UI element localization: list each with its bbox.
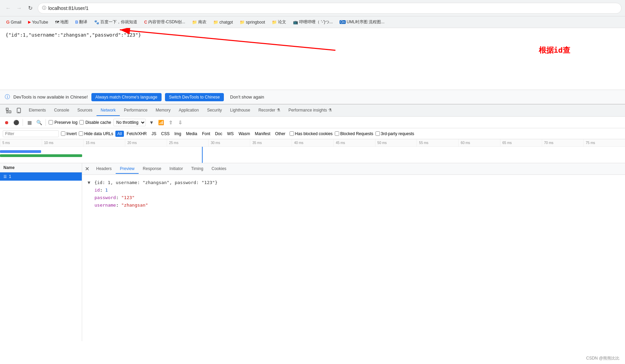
preview-key-password: password (94, 195, 116, 200)
filter-type-js[interactable]: JS (150, 131, 158, 137)
filter-type-media[interactable]: Media (184, 131, 199, 137)
bookmark-uml[interactable]: On UML时序图 流程图... (337, 18, 387, 26)
disable-cache-label: Disable cache (85, 120, 111, 125)
preview-password-line: password: "123" (88, 194, 620, 202)
uml-icon: On (340, 20, 345, 24)
detail-tab-timing[interactable]: Timing (187, 164, 207, 174)
tab-console[interactable]: Console (50, 105, 73, 116)
bookmark-nannong[interactable]: 📁 南农 (189, 18, 209, 26)
tab-performance-insights[interactable]: Performance insights ⚗ (284, 105, 336, 116)
refresh-button[interactable]: ↻ (25, 3, 35, 13)
network-row-1[interactable]: ☰ 1 (0, 172, 82, 181)
tick-45ms: 45 ms (333, 139, 375, 146)
annotation-text: 根据id查 (539, 45, 571, 55)
filter-type-img[interactable]: Img (172, 131, 183, 137)
btn-dont-show[interactable]: Don't show again (227, 93, 267, 101)
translate-icon: B (75, 20, 78, 25)
disable-cache-checkbox[interactable]: Disable cache (79, 120, 111, 125)
baidu-icon: 🐾 (94, 20, 99, 25)
filter-type-ws[interactable]: WS (225, 131, 236, 137)
tab-lighthouse[interactable]: Lighthouse (226, 105, 254, 116)
hide-data-urls-checkbox[interactable]: Hide data URLs (79, 131, 113, 136)
filter-type-all[interactable]: All (115, 131, 124, 137)
tab-network[interactable]: Network (97, 105, 120, 116)
bookmark-maps-label: 地图 (60, 19, 68, 25)
bookmark-maps[interactable]: 🗺 地图 (52, 18, 71, 26)
bookmark-baidu[interactable]: 🐾 百度一下，你就知道 (91, 18, 140, 26)
clear-button[interactable]: ⚫ (12, 119, 20, 126)
detail-tab-response[interactable]: Response (139, 164, 165, 174)
address-bar[interactable]: ⓘ localhost:81/user/1 (38, 3, 622, 14)
detail-panel: ✕ Headers Preview Response Initiator Tim… (82, 163, 625, 341)
btn-always-match[interactable]: Always match Chrome's language (91, 93, 162, 101)
filter-type-fetch[interactable]: Fetch/XHR (125, 131, 149, 137)
track-bar-green (0, 154, 82, 157)
filter-type-wasm[interactable]: Wasm (237, 131, 252, 137)
blocked-cookies-checkbox[interactable]: Has blocked cookies (290, 131, 333, 136)
tab-performance[interactable]: Performance (120, 105, 152, 116)
bookmark-bilibili-label: 哔哩哔哩（ '-')つ... (299, 19, 333, 25)
detail-tab-preview[interactable]: Preview (116, 164, 139, 174)
throttling-dropdown-btn[interactable]: ▼ (148, 119, 155, 126)
preview-object-line: ▼ {id: 1, username: "zhangsan", password… (88, 179, 620, 186)
back-button[interactable]: ← (3, 3, 13, 13)
bookmark-youtube[interactable]: ▶ YouTube (25, 19, 51, 25)
filter-type-other[interactable]: Other (273, 131, 288, 137)
tick-30ms: 30 ms (208, 139, 250, 146)
filter-types: All Fetch/XHR JS CSS Img Media Font Doc … (115, 131, 288, 137)
springboot-icon: 📁 (240, 20, 245, 25)
bookmark-csdn[interactable]: C 内容管理-CSDN创... (141, 18, 188, 26)
btn-switch-chinese[interactable]: Switch DevTools to Chinese (165, 93, 224, 101)
third-party-checkbox[interactable]: 3rd-party requests (375, 131, 414, 136)
filter-type-doc[interactable]: Doc (213, 131, 224, 137)
device-toolbar-button[interactable] (14, 106, 23, 115)
disable-cache-input[interactable] (79, 120, 84, 125)
tick-25ms: 25 ms (167, 139, 208, 146)
invert-checkbox[interactable]: Invert (61, 131, 77, 136)
upload-button[interactable]: ⇧ (167, 119, 175, 126)
filter-type-font[interactable]: Font (200, 131, 212, 137)
filter-type-manifest[interactable]: Manifest (253, 131, 272, 137)
filter-input[interactable] (3, 130, 59, 137)
filter-button[interactable]: ▦ (26, 119, 33, 126)
bookmark-chatgpt[interactable]: 📁 chatgpt (211, 19, 235, 25)
bookmark-translate[interactable]: B 翻译 (73, 18, 90, 26)
detail-tab-cookies[interactable]: Cookies (207, 164, 230, 174)
toolbar-sep-1 (23, 119, 23, 126)
svg-rect-3 (9, 111, 11, 113)
search-button[interactable]: 🔍 (35, 119, 43, 126)
detail-tab-headers[interactable]: Headers (92, 164, 116, 174)
tab-recorder[interactable]: Recorder ⚗ (254, 105, 284, 116)
tab-security[interactable]: Security (203, 105, 226, 116)
tick-50ms: 50 ms (375, 139, 417, 146)
csdn-icon: C (144, 20, 147, 25)
page-json-content: {"id":1,"username":"zhangsan","password"… (5, 32, 141, 38)
detail-close-button[interactable]: ✕ (85, 166, 89, 172)
tab-memory[interactable]: Memory (152, 105, 175, 116)
record-button[interactable]: ⏺ (3, 119, 10, 126)
tick-70ms: 70 ms (542, 139, 584, 146)
inspect-element-button[interactable] (4, 106, 13, 115)
wifi-button[interactable]: 📶 (157, 119, 165, 126)
bookmark-bilibili[interactable]: 📺 哔哩哔哩（ '-')つ... (290, 18, 335, 26)
detail-tab-initiator[interactable]: Initiator (165, 164, 187, 174)
tab-elements[interactable]: Elements (25, 105, 50, 116)
tick-35ms: 35 ms (250, 139, 292, 146)
nannong-icon: 📁 (192, 20, 197, 25)
bookmark-gmail[interactable]: G Gmail (3, 19, 24, 25)
bookmark-paper[interactable]: 📁 论文 (269, 18, 289, 26)
preserve-log-checkbox[interactable]: Preserve log (49, 120, 77, 125)
bookmark-uml-label: UML时序图 流程图... (347, 19, 385, 25)
preserve-log-input[interactable] (49, 120, 53, 125)
filter-type-css[interactable]: CSS (159, 131, 172, 137)
tab-application[interactable]: Application (175, 105, 203, 116)
throttling-select[interactable]: No throttling Fast 3G Slow 3G (113, 119, 146, 126)
download-button[interactable]: ⇩ (177, 119, 184, 126)
bookmark-csdn-label: 内容管理-CSDN创... (148, 19, 185, 25)
forward-button[interactable]: → (14, 3, 24, 13)
tab-sources[interactable]: Sources (73, 105, 97, 116)
blocked-requests-checkbox[interactable]: Blocked Requests (335, 131, 373, 136)
preview-arrow-expand[interactable]: ▼ (88, 180, 90, 185)
name-panel: Name ☰ 1 (0, 163, 82, 341)
bookmark-springboot[interactable]: 📁 springboot (237, 19, 268, 25)
